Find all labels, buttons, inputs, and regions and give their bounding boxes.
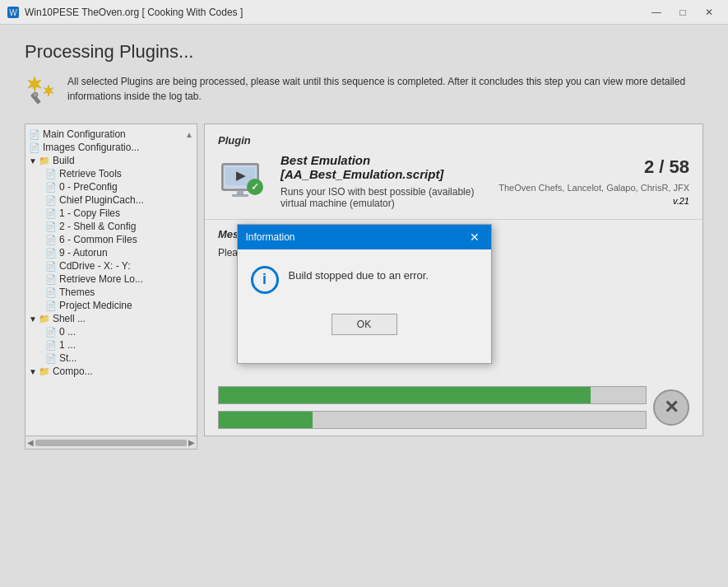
info-circle-icon: i <box>251 266 279 294</box>
dialog-footer: OK <box>238 307 491 348</box>
dialog-close-button[interactable]: ✕ <box>466 230 483 245</box>
ok-button[interactable]: OK <box>332 314 397 335</box>
dialog-title: Information <box>246 231 295 243</box>
dialog-message: Build stopped due to an error. <box>289 266 429 282</box>
information-dialog: Information ✕ i Build stopped due to an … <box>237 224 492 364</box>
dialog-body: i Build stopped due to an error. <box>238 249 491 307</box>
modal-overlay: Information ✕ i Build stopped due to an … <box>0 0 728 587</box>
dialog-titlebar: Information ✕ <box>238 225 491 249</box>
